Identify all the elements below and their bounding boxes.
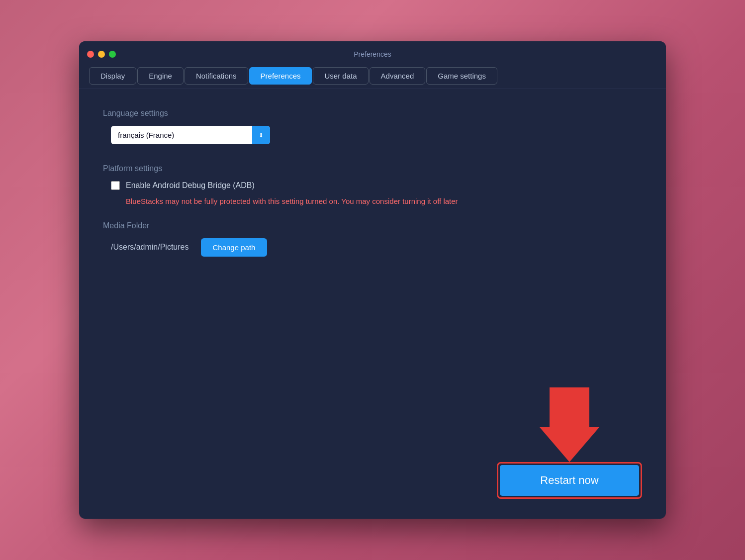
media-section-title: Media Folder (103, 221, 642, 230)
tab-preferences[interactable]: Preferences (249, 67, 312, 85)
media-row: /Users/admin/Pictures Change path (111, 238, 642, 257)
svg-marker-0 (540, 387, 599, 462)
tab-display[interactable]: Display (89, 67, 136, 85)
preferences-window: Preferences Display Engine Notifications… (79, 41, 666, 519)
tab-game-settings[interactable]: Game settings (426, 67, 497, 85)
language-section-title: Language settings (103, 109, 642, 118)
tab-user-data[interactable]: User data (313, 67, 368, 85)
restart-button-border: Restart now (497, 462, 642, 499)
window-title: Preferences (354, 50, 391, 58)
platform-section: Platform settings Enable Android Debug B… (103, 164, 642, 207)
adb-warning-text: BlueStacks may not be fully protected wi… (126, 196, 464, 207)
content-area: Language settings français (France) Engl… (79, 89, 666, 519)
red-arrow-icon (540, 387, 599, 462)
media-section: Media Folder /Users/admin/Pictures Chang… (103, 221, 642, 257)
red-arrow-container (540, 387, 599, 462)
tab-advanced[interactable]: Advanced (370, 67, 426, 85)
tab-bar: Display Engine Notifications Preferences… (79, 67, 666, 89)
restart-now-button[interactable]: Restart now (500, 465, 639, 496)
titlebar: Preferences (79, 41, 666, 67)
window-controls (87, 51, 116, 58)
adb-checkbox[interactable] (111, 181, 120, 190)
media-path-text: /Users/admin/Pictures (111, 243, 189, 252)
tab-engine[interactable]: Engine (137, 67, 184, 85)
adb-checkbox-row: Enable Android Debug Bridge (ADB) (111, 181, 642, 190)
maximize-button[interactable] (109, 51, 116, 58)
change-path-button[interactable]: Change path (201, 238, 268, 257)
minimize-button[interactable] (98, 51, 105, 58)
adb-label: Enable Android Debug Bridge (ADB) (126, 181, 255, 190)
close-button[interactable] (87, 51, 94, 58)
language-select[interactable]: français (France) English (US) Español D… (111, 126, 270, 144)
bottom-action-area: Restart now (497, 387, 642, 499)
platform-section-title: Platform settings (103, 164, 642, 173)
language-select-wrapper: français (France) English (US) Español D… (111, 126, 270, 144)
tab-notifications[interactable]: Notifications (185, 67, 248, 85)
